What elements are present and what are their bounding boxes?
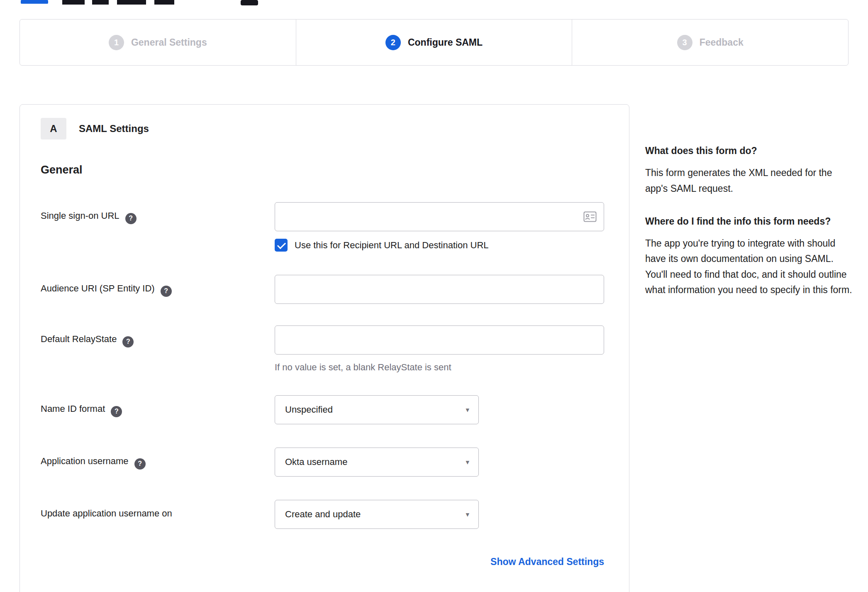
help-sidebar: What does this form do? This form genera… <box>645 104 853 316</box>
cropped-link-fragment <box>21 0 48 4</box>
sidebar-body-where: The app you're trying to integrate with … <box>645 236 853 298</box>
recipient-url-checkbox-row: Use this for Recipient URL and Destinati… <box>275 239 604 252</box>
name-id-format-label-col: Name ID format? <box>41 395 275 416</box>
recipient-url-checkbox[interactable] <box>275 239 288 252</box>
advanced-settings-row: Show Advanced Settings <box>41 556 604 568</box>
dropdown-arrow-icon: ▾ <box>466 406 469 414</box>
update-application-username-value: Create and update <box>285 509 361 520</box>
application-username-select[interactable]: Okta username ▾ <box>275 448 479 477</box>
sso-url-label: Single sign-on URL <box>41 210 119 221</box>
help-icon[interactable]: ? <box>161 286 172 297</box>
contact-card-icon[interactable] <box>583 211 597 222</box>
help-icon[interactable]: ? <box>125 213 137 224</box>
update-application-username-row: Update application username on Create an… <box>41 500 604 529</box>
application-username-label-col: Application username? <box>41 448 275 468</box>
sidebar-heading-where: Where do I find the info this form needs… <box>645 215 853 228</box>
update-application-username-label-col: Update application username on <box>41 500 275 519</box>
dropdown-arrow-icon: ▾ <box>466 510 469 519</box>
update-application-username-select[interactable]: Create and update ▾ <box>275 500 479 529</box>
audience-uri-label: Audience URI (SP Entity ID) <box>41 283 155 294</box>
cropped-title-fragment <box>117 0 146 5</box>
show-advanced-settings-link[interactable]: Show Advanced Settings <box>490 556 604 567</box>
cropped-icon-fragment <box>241 0 258 5</box>
section-head: A SAML Settings <box>41 118 604 139</box>
help-icon[interactable]: ? <box>134 458 146 470</box>
step-1-number-badge: 1 <box>109 35 124 50</box>
step-3-number-badge: 3 <box>677 35 692 50</box>
sso-url-row: Single sign-on URL? <box>41 202 604 275</box>
audience-uri-row: Audience URI (SP Entity ID)? <box>41 275 604 304</box>
cropped-title-fragment <box>62 0 85 5</box>
application-username-value: Okta username <box>285 457 347 467</box>
step-2-number-badge: 2 <box>385 35 401 50</box>
dropdown-arrow-icon: ▾ <box>466 458 469 467</box>
help-icon[interactable]: ? <box>111 406 122 417</box>
general-heading: General <box>41 164 604 176</box>
step-configure-saml[interactable]: 2 Configure SAML <box>296 20 572 65</box>
sso-url-input-wrap <box>275 202 604 231</box>
default-relaystate-input[interactable] <box>275 325 604 355</box>
default-relaystate-label: Default RelayState <box>41 334 117 344</box>
cropped-page-header <box>0 0 868 7</box>
sso-url-input[interactable] <box>275 202 604 231</box>
saml-settings-panel: A SAML Settings General Single sign-on U… <box>20 104 629 592</box>
step-general-settings[interactable]: 1 General Settings <box>20 20 296 65</box>
main-content: A SAML Settings General Single sign-on U… <box>20 104 868 592</box>
help-icon[interactable]: ? <box>122 336 134 347</box>
relaystate-helper-text: If no value is set, a blank RelayState i… <box>275 362 604 373</box>
sso-url-label-col: Single sign-on URL? <box>41 202 275 223</box>
wizard-stepper: 1 General Settings 2 Configure SAML 3 Fe… <box>20 19 848 66</box>
default-relaystate-row: Default RelayState? If no value is set, … <box>41 325 604 373</box>
recipient-url-checkbox-label: Use this for Recipient URL and Destinati… <box>295 240 489 251</box>
application-username-row: Application username? Okta username ▾ <box>41 448 604 477</box>
application-username-label: Application username <box>41 456 129 466</box>
step-3-label: Feedback <box>700 37 744 48</box>
update-application-username-label: Update application username on <box>41 508 172 519</box>
audience-uri-input[interactable] <box>275 275 604 304</box>
name-id-format-label: Name ID format <box>41 404 105 414</box>
cropped-title-fragment <box>92 0 109 5</box>
name-id-format-value: Unspecified <box>285 404 333 415</box>
sidebar-heading-what: What does this form do? <box>645 144 853 158</box>
cropped-title-fragment <box>154 0 174 5</box>
section-marker: A <box>41 118 66 139</box>
step-feedback[interactable]: 3 Feedback <box>572 20 848 65</box>
name-id-format-select[interactable]: Unspecified ▾ <box>275 395 479 424</box>
default-relaystate-label-col: Default RelayState? <box>41 325 275 346</box>
step-2-label: Configure SAML <box>408 37 483 48</box>
name-id-format-row: Name ID format? Unspecified ▾ <box>41 395 604 424</box>
section-title: SAML Settings <box>79 123 149 135</box>
sidebar-body-what: This form generates the XML needed for t… <box>645 165 853 196</box>
step-1-label: General Settings <box>131 37 207 48</box>
audience-uri-label-col: Audience URI (SP Entity ID)? <box>41 275 275 295</box>
